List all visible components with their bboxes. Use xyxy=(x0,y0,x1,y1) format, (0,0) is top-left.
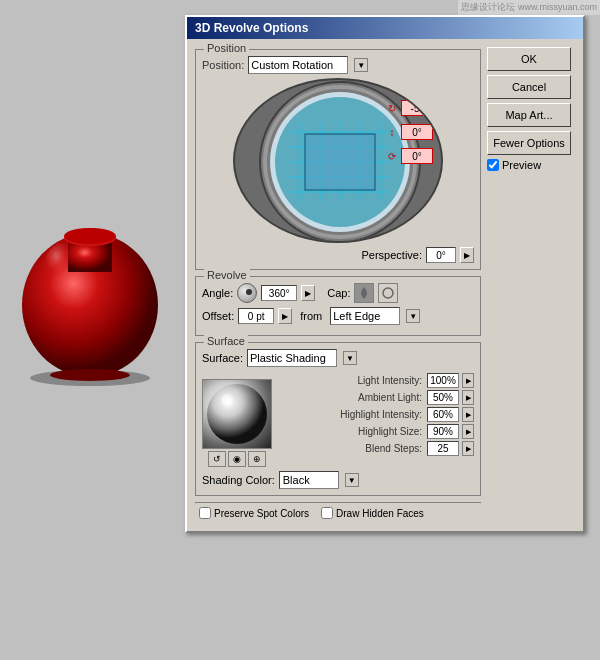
surface-content: ↺ ◉ ⊕ Light Intensity: ▶ Ambi xyxy=(202,373,474,467)
svg-rect-22 xyxy=(305,134,375,190)
surface-label: Surface: xyxy=(202,352,243,364)
bottom-checkboxes: Preserve Spot Colors Draw Hidden Faces xyxy=(195,502,481,523)
position-dropdown-arrow[interactable]: ▼ xyxy=(354,58,368,72)
from-value: Left Edge xyxy=(333,310,380,322)
x-rotation-input[interactable]: -5° xyxy=(401,100,433,116)
position-value: Custom Rotation xyxy=(251,59,333,71)
right-panel: OK Cancel Map Art... Fewer Options Previ… xyxy=(487,47,575,523)
shading-color-dropdown-arrow[interactable]: ▼ xyxy=(345,473,359,487)
y-rotation-row: ↕ 0° xyxy=(385,124,433,140)
perspective-arrow-btn[interactable]: ▶ xyxy=(460,247,474,263)
vase-preview xyxy=(10,200,170,400)
surface-tool-2[interactable]: ◉ xyxy=(228,451,246,467)
position-label: Position: xyxy=(202,59,244,71)
surface-tools: ↺ ◉ ⊕ xyxy=(208,451,266,467)
ambient-light-input[interactable] xyxy=(427,390,459,405)
y-rotation-icon: ↕ xyxy=(385,125,399,139)
svg-point-4 xyxy=(64,228,116,244)
perspective-row: Perspective: ▶ xyxy=(202,247,474,263)
shading-color-value: Black xyxy=(283,474,310,486)
surface-dropdown-arrow[interactable]: ▼ xyxy=(343,351,357,365)
z-rotation-icon: ⟳ xyxy=(385,149,399,163)
offset-row: Offset: ▶ from Left Edge ▼ xyxy=(202,307,474,325)
highlight-size-row: Highlight Size: ▶ xyxy=(278,424,474,439)
preserve-spot-checkbox[interactable] xyxy=(199,507,211,519)
shading-color-row: Shading Color: Black ▼ xyxy=(202,471,474,489)
preview-label: Preview xyxy=(502,159,541,171)
revolve-section: Revolve Angle: ▶ Cap: xyxy=(195,276,481,336)
z-rotation-input[interactable]: 0° xyxy=(401,148,433,164)
map-art-button[interactable]: Map Art... xyxy=(487,103,571,127)
highlight-size-arrow[interactable]: ▶ xyxy=(462,424,474,439)
blend-steps-label: Blend Steps: xyxy=(365,443,422,454)
dialog-body: Position Position: Custom Rotation ▼ xyxy=(187,39,583,531)
surface-value: Plastic Shading xyxy=(250,352,326,364)
rotation-visualizer[interactable]: ↻ -5° ↕ 0° ⟳ 0° xyxy=(233,78,443,243)
angle-arrow-btn[interactable]: ▶ xyxy=(301,285,315,301)
cap-btn-right[interactable] xyxy=(378,283,398,303)
light-intensity-arrow[interactable]: ▶ xyxy=(462,373,474,388)
cap-label: Cap: xyxy=(327,287,350,299)
draw-hidden-checkbox[interactable] xyxy=(321,507,333,519)
cancel-button[interactable]: Cancel xyxy=(487,75,571,99)
angle-row: Angle: ▶ Cap: xyxy=(202,283,474,303)
highlight-intensity-row: Highlight Intensity: ▶ xyxy=(278,407,474,422)
surface-tool-3[interactable]: ⊕ xyxy=(248,451,266,467)
ambient-light-label: Ambient Light: xyxy=(358,392,422,403)
cap-btn-left[interactable] xyxy=(354,283,374,303)
svg-point-23 xyxy=(383,288,393,298)
x-rotation-row: ↻ -5° xyxy=(385,100,433,116)
highlight-size-input[interactable] xyxy=(427,424,459,439)
preview-checkbox[interactable] xyxy=(487,159,499,171)
svg-point-24 xyxy=(207,384,267,444)
rotate-light-btn[interactable]: ↺ xyxy=(208,451,226,467)
surface-section: Surface Surface: Plastic Shading ▼ xyxy=(195,342,481,496)
angle-dial[interactable] xyxy=(237,283,257,303)
surface-properties: Light Intensity: ▶ Ambient Light: ▶ High… xyxy=(278,373,474,467)
surface-sphere-preview xyxy=(202,379,272,449)
watermark: 思缘设计论坛 www.missyuan.com xyxy=(458,0,600,15)
highlight-size-label: Highlight Size: xyxy=(358,426,422,437)
x-rotation-icon: ↻ xyxy=(385,101,399,115)
angle-input[interactable] xyxy=(261,285,297,301)
draw-hidden-checkbox-label: Draw Hidden Faces xyxy=(321,507,424,519)
offset-arrow-btn[interactable]: ▶ xyxy=(278,308,292,324)
perspective-input[interactable] xyxy=(426,247,456,263)
svg-point-25 xyxy=(221,394,233,406)
from-dropdown-arrow[interactable]: ▼ xyxy=(406,309,420,323)
preserve-spot-label: Preserve Spot Colors xyxy=(214,508,309,519)
blend-steps-arrow[interactable]: ▶ xyxy=(462,441,474,456)
preview-row: Preview xyxy=(487,159,575,171)
from-select[interactable]: Left Edge xyxy=(330,307,400,325)
shading-color-select[interactable]: Black xyxy=(279,471,339,489)
ok-button[interactable]: OK xyxy=(487,47,571,71)
dialog: 3D Revolve Options Position Position: Cu… xyxy=(185,15,585,533)
preserve-spot-checkbox-label: Preserve Spot Colors xyxy=(199,507,309,519)
rotation-controls: ↻ -5° ↕ 0° ⟳ 0° xyxy=(385,100,433,164)
surface-select[interactable]: Plastic Shading xyxy=(247,349,337,367)
blend-steps-input[interactable] xyxy=(427,441,459,456)
svg-point-7 xyxy=(50,369,130,381)
position-section: Position Position: Custom Rotation ▼ xyxy=(195,49,481,270)
light-intensity-row: Light Intensity: ▶ xyxy=(278,373,474,388)
blend-steps-row: Blend Steps: ▶ xyxy=(278,441,474,456)
offset-label: Offset: xyxy=(202,310,234,322)
highlight-intensity-input[interactable] xyxy=(427,407,459,422)
y-rotation-input[interactable]: 0° xyxy=(401,124,433,140)
position-row: Position: Custom Rotation ▼ xyxy=(202,56,474,74)
shading-color-label: Shading Color: xyxy=(202,474,275,486)
offset-input[interactable] xyxy=(238,308,274,324)
fewer-options-button[interactable]: Fewer Options xyxy=(487,131,571,155)
draw-hidden-label: Draw Hidden Faces xyxy=(336,508,424,519)
revolve-section-label: Revolve xyxy=(204,269,250,281)
position-section-label: Position xyxy=(204,42,249,54)
light-intensity-input[interactable] xyxy=(427,373,459,388)
left-panel: Position Position: Custom Rotation ▼ xyxy=(195,47,481,523)
highlight-intensity-arrow[interactable]: ▶ xyxy=(462,407,474,422)
z-rotation-row: ⟳ 0° xyxy=(385,148,433,164)
ambient-light-arrow[interactable]: ▶ xyxy=(462,390,474,405)
from-label: from xyxy=(300,310,322,322)
surface-section-label: Surface xyxy=(204,335,248,347)
position-select[interactable]: Custom Rotation xyxy=(248,56,348,74)
svg-point-5 xyxy=(43,242,87,298)
